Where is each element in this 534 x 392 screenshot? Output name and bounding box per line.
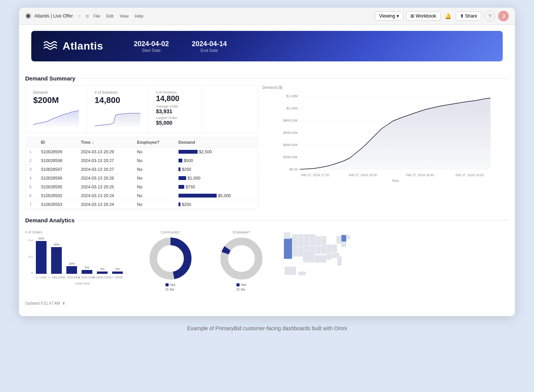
orders-table-wrapper: ID Time ↓ Employee? Demand 1 S10028599 2… <box>25 137 258 209</box>
demand-summary-title: Demand Summary <box>25 75 509 82</box>
menu-edit[interactable]: Edit <box>106 14 114 18</box>
col-demand: Demand <box>175 137 257 148</box>
help-icon[interactable]: ? <box>484 11 495 21</box>
investors-card: # of Investors 14,800 <box>87 86 148 133</box>
svg-text:0.4: 0.4 <box>29 239 33 242</box>
employee-yes-legend: Yes <box>236 283 246 287</box>
table-row: 3 S10028597 2024-03-13 20:27 No $250 <box>26 165 257 174</box>
col-employee: Employee? <box>133 137 174 148</box>
demand-summary-left: Demand $200M <box>25 85 258 209</box>
company-name: Atlantis <box>63 40 103 52</box>
demand-bar-visual <box>179 150 198 154</box>
investors2-label: # of Investors <box>156 90 194 94</box>
svg-rect-61 <box>332 244 337 253</box>
bell-icon[interactable]: 🔔 <box>444 11 453 21</box>
row-demand: $2,500 <box>175 148 257 156</box>
row-num: 1 <box>26 148 37 156</box>
row-num: 3 <box>26 165 37 174</box>
investors2-item: # of Investors 14,800 <box>156 90 194 103</box>
demand-summary-layout: Demand $200M <box>25 85 509 209</box>
us-map-chart <box>280 230 364 280</box>
row-demand: $250 <box>175 200 257 209</box>
demand-amount: $250 <box>182 167 191 172</box>
demand-amount: $750 <box>186 185 195 189</box>
table-row: 2 S10028598 2024-03-13 20:27 No $500 <box>26 156 257 165</box>
atlantis-logo: Atlantis <box>43 39 103 53</box>
browser-right: Viewing ▾ ⊞ Workbook 🔔 ⬆ Share ? J <box>375 11 509 21</box>
order-size-bar-chart: 0.4 0.2 0 43% 35% 10% <box>25 236 132 285</box>
avatar[interactable]: J <box>498 11 509 21</box>
row-employee: No <box>133 156 174 165</box>
menu-help[interactable]: Help <box>135 14 143 18</box>
row-employee: No <box>133 148 174 156</box>
investors-value: 14,800 <box>95 95 140 105</box>
row-num: 5 <box>26 183 37 191</box>
row-id: S10028599 <box>37 148 77 156</box>
bar-chart-title: # of Orders <box>25 230 132 234</box>
svg-rect-68 <box>298 272 306 275</box>
svg-rect-67 <box>285 267 296 275</box>
svg-rect-65 <box>303 251 314 262</box>
demand-amount: $5,000 <box>218 193 231 198</box>
star-icon[interactable]: ☆ <box>77 14 81 19</box>
svg-text:10%: 10% <box>69 262 75 265</box>
employee-no-legend: No <box>236 288 246 291</box>
download-icon[interactable]: ⬇ <box>62 301 65 305</box>
svg-text:Time: Time <box>391 179 399 182</box>
row-time: 2024-03-13 20:25 <box>77 183 133 191</box>
row-id: S10028592 <box>37 191 77 200</box>
viewing-button[interactable]: Viewing ▾ <box>375 11 403 21</box>
emp-no-label: No <box>241 288 245 291</box>
bar-c <box>66 266 77 274</box>
row-id: S10028595 <box>37 183 77 191</box>
col-time[interactable]: Time ↓ <box>77 137 133 148</box>
svg-text:c. 2000-5000: c. 2000-5000 <box>64 276 80 279</box>
row-demand: $500 <box>175 156 257 165</box>
row-demand: $5,000 <box>175 191 257 200</box>
svg-rect-57 <box>346 235 350 239</box>
svg-text:a. <1000: a. <1000 <box>36 276 47 279</box>
emp-yes-dot <box>236 283 240 286</box>
menu-view[interactable]: View <box>120 14 129 18</box>
employee-legend: Yes No <box>236 283 246 292</box>
demand-bar-visual <box>179 159 182 162</box>
workbook-button[interactable]: ⊞ Workbook <box>406 11 441 21</box>
menu-file[interactable]: File <box>93 14 100 18</box>
row-demand: $750 <box>175 183 257 191</box>
svg-rect-66 <box>337 256 342 266</box>
share-button[interactable]: ⬆ Share <box>456 11 481 21</box>
svg-text:Feb 27, 2024 18:00: Feb 27, 2024 18:00 <box>349 173 377 177</box>
share-small-icon[interactable]: ⧉ <box>86 14 89 19</box>
row-id: S10028598 <box>37 156 77 165</box>
demand-amount: $1,000 <box>188 176 201 180</box>
svg-rect-60 <box>327 244 332 253</box>
row-time: 2024-03-13 20:26 <box>77 174 133 183</box>
page-caption: Example of PrimaryBid customer-facing da… <box>187 325 347 331</box>
row-num: 2 <box>26 156 37 165</box>
row-num: 4 <box>26 174 37 183</box>
start-date-label: Start Date <box>142 48 161 53</box>
largest-order-value: $5,000 <box>156 120 194 126</box>
row-id: S10028593 <box>37 200 77 209</box>
row-num: 6 <box>26 191 37 200</box>
svg-text:43%: 43% <box>38 237 44 240</box>
table-row: 7 S10028593 2024-03-13 20:24 No $250 <box>26 200 257 209</box>
investors-label: # of Investors <box>95 90 140 95</box>
svg-rect-58 <box>341 242 346 247</box>
avg-order-value: $3,931 <box>156 108 194 114</box>
largest-order-item: Largest Order $5,000 <box>156 116 194 126</box>
svg-text:Feb 27, 2024 18:40: Feb 27, 2024 18:40 <box>406 173 434 177</box>
row-demand: $250 <box>175 165 257 174</box>
end-date-label: End Date <box>201 48 218 53</box>
emp-yes-label: Yes <box>241 283 246 287</box>
row-employee: No <box>133 200 174 209</box>
row-id: S10028596 <box>37 174 77 183</box>
svg-rect-62 <box>327 253 332 260</box>
start-date-item: 2024-04-02 Start Date <box>134 40 169 53</box>
avg-order-item: Average Order $3,931 <box>156 104 194 114</box>
svg-text:Feb 27, 2024 19:20: Feb 27, 2024 19:20 <box>455 173 484 177</box>
demand-bar-visual <box>179 176 186 180</box>
dashboard-footer: Updated 9:51:47 AM ⬇ <box>19 298 515 308</box>
demand-value: $200M <box>33 95 79 105</box>
table-row: 1 S10028599 2024-03-13 20:29 No $2,500 <box>26 148 257 156</box>
